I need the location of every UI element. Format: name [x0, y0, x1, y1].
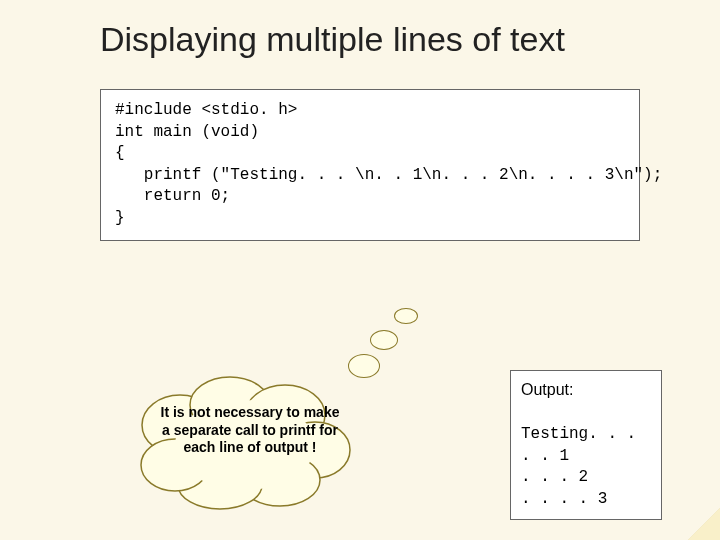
cloud-text: It is not necessary to make a separate c…: [160, 404, 340, 457]
output-label: Output:: [521, 381, 573, 398]
thought-trail: [360, 308, 440, 378]
slide-title: Displaying multiple lines of text: [100, 20, 640, 59]
code-block: #include <stdio. h> int main (void) { pr…: [100, 89, 640, 241]
output-box: Output: Testing. . . . . 1 . . . 2 . . .…: [510, 370, 662, 520]
thought-cloud: It is not necessary to make a separate c…: [130, 370, 360, 510]
page-fold-icon: [688, 508, 720, 540]
output-text: Testing. . . . . 1 . . . 2 . . . . 3: [521, 425, 636, 508]
